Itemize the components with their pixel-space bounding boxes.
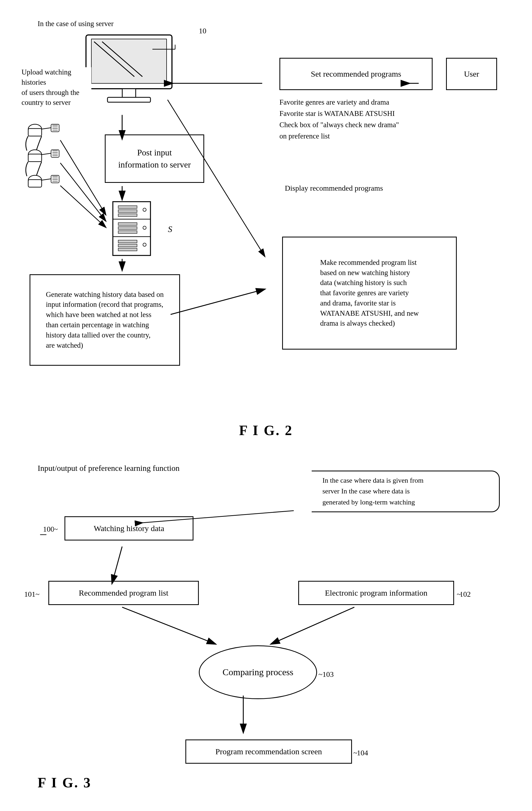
svg-line-24: [42, 179, 51, 180]
page: In the case of using server 10 Upload: [0, 0, 532, 811]
svg-rect-39: [118, 240, 137, 243]
svg-line-62: [112, 547, 122, 583]
fig2-header-label: In the case of using server: [37, 19, 114, 29]
preference-text: Favorite genres are variety and drama Fa…: [279, 97, 462, 142]
fig3-diagram: Input/output of preference learning func…: [16, 457, 516, 807]
post-input-box: Post input information to server: [105, 135, 204, 183]
program-recommendation-box: Program recommendation screen: [185, 739, 352, 764]
recommended-label: 101: [24, 589, 35, 599]
fig3-header: Input/output of preference learning func…: [37, 462, 179, 474]
svg-rect-4: [122, 89, 136, 98]
svg-line-64: [271, 607, 355, 644]
svg-rect-5: [108, 97, 151, 102]
monitor-icon: [81, 32, 177, 109]
program-tilde: ~: [353, 748, 357, 758]
svg-rect-23: [28, 180, 42, 187]
generate-box: Generate watching history data based on …: [30, 274, 180, 366]
svg-rect-1: [91, 39, 167, 83]
comparing-ellipse: Comparing process: [199, 645, 317, 699]
watching-label: 100: [43, 524, 54, 534]
upload-label: Upload watching histories of users throu…: [21, 67, 91, 108]
svg-rect-7: [28, 128, 42, 136]
hand-icons: [24, 121, 81, 197]
svg-line-8: [42, 128, 51, 129]
svg-rect-40: [118, 244, 137, 247]
svg-line-63: [122, 607, 216, 644]
svg-rect-34: [118, 210, 137, 212]
svg-rect-41: [118, 248, 137, 251]
svg-rect-37: [118, 227, 137, 229]
user-box: User: [446, 58, 497, 90]
make-recommended-box: Make recommended program list based on n…: [282, 236, 457, 350]
svg-line-53: [171, 289, 265, 314]
watching-history-box: Watching history data: [64, 516, 193, 540]
fig2-diagram: In the case of using server 10 Upload: [16, 16, 516, 441]
comparing-tilde: ~: [318, 669, 323, 679]
electronic-tilde: ~: [457, 589, 461, 599]
set-recommended-box: Set recommended programs: [279, 58, 433, 90]
watching-tilde: ~: [54, 524, 58, 534]
svg-rect-15: [28, 154, 42, 162]
svg-rect-38: [118, 231, 137, 233]
svg-rect-33: [118, 206, 137, 209]
electronic-label: 102: [459, 589, 471, 599]
fig3-note: In the case where data is given from ser…: [312, 471, 500, 512]
fig2-node-label: 10: [199, 26, 206, 36]
fig3-title: F I G. 3: [37, 775, 92, 791]
program-label: 104: [357, 748, 368, 758]
electronic-program-box: Electronic program information: [298, 581, 454, 605]
server-s-label: S: [168, 223, 172, 235]
svg-rect-36: [118, 223, 137, 225]
recommended-list-box: Recommended program list: [48, 581, 199, 605]
svg-line-16: [42, 153, 51, 155]
fig2-title: F I G. 2: [16, 423, 516, 438]
recommended-tilde: ~: [35, 589, 40, 599]
display-label: Display recommended programs: [285, 183, 383, 193]
svg-rect-35: [118, 214, 137, 216]
server-icon: [105, 199, 164, 262]
comparing-label: 103: [323, 669, 334, 679]
